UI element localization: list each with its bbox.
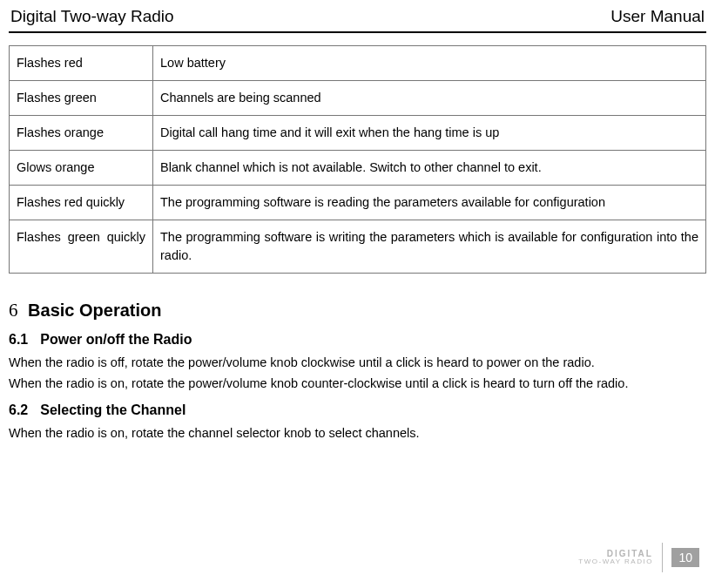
table-cell-indicator: Flashes red — [10, 46, 153, 81]
table-cell-indicator: Glows orange — [10, 151, 153, 186]
footer-divider — [662, 543, 664, 572]
table-row: Flashes red quicklyThe programming softw… — [10, 186, 706, 220]
table-row: Flashes redLow battery — [10, 46, 706, 81]
table-cell-description: Blank channel which is not available. Sw… — [153, 151, 706, 186]
subsection-title: Power on/off the Radio — [40, 332, 192, 347]
page-footer: DIGITAL TWO-WAY RADIO 10 — [578, 543, 699, 572]
section-title: Basic Operation — [28, 301, 161, 320]
footer-logo-line2: TWO-WAY RADIO — [578, 558, 653, 565]
subsection-number: 6.2 — [9, 402, 28, 417]
table-cell-indicator: Flashes green — [10, 81, 153, 116]
table-cell-description: The programming software is reading the … — [153, 186, 706, 220]
body-paragraph: When the radio is on, rotate the power/v… — [9, 375, 706, 393]
footer-logo: DIGITAL TWO-WAY RADIO — [578, 550, 653, 565]
table-row: Flashes orangeDigital call hang time and… — [10, 116, 706, 151]
page-header: Digital Two-way Radio User Manual — [9, 7, 706, 30]
table-cell-indicator: Flashes green quickly — [10, 220, 153, 274]
page-number: 10 — [671, 548, 699, 567]
header-left: Digital Two-way Radio — [10, 7, 174, 26]
header-rule — [9, 31, 706, 33]
table-cell-description: Low battery — [153, 46, 706, 81]
table-cell-indicator: Flashes red quickly — [10, 186, 153, 220]
section-number: 6 — [9, 300, 18, 321]
subsection-title: Selecting the Channel — [40, 402, 185, 417]
table-row: Flashes green quicklyThe programming sof… — [10, 220, 706, 274]
table-row: Flashes greenChannels are being scanned — [10, 81, 706, 116]
table-cell-indicator: Flashes orange — [10, 116, 153, 151]
table-cell-description: Channels are being scanned — [153, 81, 706, 116]
subsection-number: 6.1 — [9, 332, 28, 347]
section-heading: 6 Basic Operation — [9, 300, 706, 321]
table-cell-description: The programming software is writing the … — [153, 220, 706, 274]
subsection-heading: 6.1Power on/off the Radio — [9, 332, 706, 348]
body-paragraph: When the radio is off, rotate the power/… — [9, 355, 706, 372]
header-right: User Manual — [610, 7, 705, 26]
subsection-heading: 6.2Selecting the Channel — [9, 402, 706, 418]
table-row: Glows orangeBlank channel which is not a… — [10, 151, 706, 186]
body-paragraph: When the radio is on, rotate the channel… — [9, 425, 706, 443]
table-cell-description: Digital call hang time and it will exit … — [153, 116, 706, 151]
led-indicator-table: Flashes redLow batteryFlashes greenChann… — [9, 45, 706, 274]
